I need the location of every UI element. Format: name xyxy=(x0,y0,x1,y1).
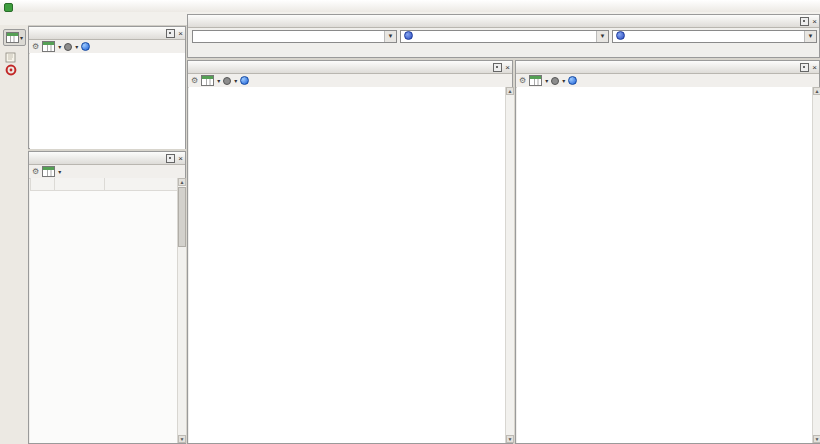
scroll-up-arrow[interactable]: ▲ xyxy=(178,178,186,186)
fields-table xyxy=(30,178,177,191)
scroll-down-arrow[interactable]: ▼ xyxy=(813,435,820,443)
chevron-down-icon[interactable]: ▾ xyxy=(234,77,237,84)
record-url-select[interactable]: ▼ xyxy=(192,30,397,43)
fields-panel: × ⚙ ▾ ▲ ▼ xyxy=(28,151,186,444)
table-icon[interactable] xyxy=(201,75,214,86)
id-column-header[interactable] xyxy=(31,178,55,191)
button-navigator-panel: × ▼ ▼ ▼ xyxy=(187,14,820,58)
mass-toolbar: ⚙ ▾ ▾ xyxy=(516,74,819,88)
chevron-down-icon[interactable]: ▾ xyxy=(562,77,565,84)
table-icon[interactable] xyxy=(529,75,542,86)
gear-icon[interactable]: ⚙ xyxy=(519,76,526,86)
gear-icon[interactable]: ⚙ xyxy=(191,76,198,86)
mass-preview-panel: × ⚙ ▾ ▾ ▲ ▼ xyxy=(515,60,820,444)
menu-view[interactable] xyxy=(14,18,26,19)
chevron-down-icon[interactable]: ▾ xyxy=(545,77,548,84)
left-toolbar: ▾ xyxy=(0,25,28,444)
chevron-down-icon[interactable]: ▼ xyxy=(384,31,396,42)
fields-toolbar: ⚙ ▾ xyxy=(29,165,185,179)
fields-scrollbar[interactable]: ▲ ▼ xyxy=(177,178,186,443)
info-icon[interactable] xyxy=(240,76,249,85)
field-column-header[interactable] xyxy=(55,178,105,191)
molecule-preview-panel: × ⚙ ▾ ▾ xyxy=(28,26,186,149)
chevron-down-icon[interactable]: ▾ xyxy=(75,43,78,50)
scroll-up-arrow[interactable]: ▲ xyxy=(506,87,514,95)
table-icon[interactable] xyxy=(42,166,55,177)
nmr-canvas[interactable] xyxy=(189,87,505,443)
info-icon[interactable] xyxy=(81,42,90,51)
table-view-icon xyxy=(6,32,19,43)
mass-canvas[interactable] xyxy=(517,87,812,443)
content-column-header[interactable] xyxy=(105,178,178,191)
molecule-canvas[interactable] xyxy=(30,53,185,149)
table-view-button[interactable]: ▾ xyxy=(3,29,26,46)
info-icon[interactable] xyxy=(568,76,577,85)
nmr-spectrum xyxy=(189,87,505,443)
menu-file[interactable] xyxy=(0,18,12,19)
gear-icon[interactable]: ⚙ xyxy=(32,167,39,177)
mass-scrollbar[interactable]: ▲ ▼ xyxy=(812,87,820,443)
pin-icon[interactable] xyxy=(166,29,175,38)
close-icon[interactable]: × xyxy=(178,30,183,37)
menu-configure[interactable] xyxy=(28,18,40,19)
chevron-down-icon: ▾ xyxy=(20,34,23,41)
cancel-record-button[interactable] xyxy=(5,62,17,74)
close-icon[interactable]: × xyxy=(812,64,817,71)
mass-charts xyxy=(517,87,812,443)
chevron-down-icon[interactable]: ▾ xyxy=(58,168,61,175)
scroll-down-arrow[interactable]: ▼ xyxy=(506,435,514,443)
app-icon xyxy=(4,3,13,12)
cancel-record-icon xyxy=(5,64,17,76)
molecule-toolbar: ⚙ ▾ ▾ xyxy=(29,40,185,54)
table-icon[interactable] xyxy=(42,41,55,52)
gear-icon[interactable]: ⚙ xyxy=(32,42,39,52)
molecule-select[interactable]: ▼ xyxy=(612,30,817,43)
pin-icon[interactable] xyxy=(493,63,502,72)
view-icon[interactable] xyxy=(223,77,231,85)
item-type-select[interactable]: ▼ xyxy=(400,30,609,43)
chevron-down-icon[interactable]: ▾ xyxy=(58,43,61,50)
molecule-structure xyxy=(30,53,185,149)
scroll-down-arrow[interactable]: ▼ xyxy=(178,435,186,443)
close-icon[interactable]: × xyxy=(178,155,183,162)
pin-icon[interactable] xyxy=(800,63,809,72)
open-record-button[interactable] xyxy=(5,49,19,60)
scroll-thumb[interactable] xyxy=(178,187,186,247)
molecule-icon xyxy=(404,31,413,40)
maximize-button[interactable] xyxy=(793,0,806,11)
view-icon[interactable] xyxy=(551,77,559,85)
minimize-button[interactable] xyxy=(779,0,792,11)
close-icon[interactable]: × xyxy=(812,18,817,25)
chevron-down-icon[interactable]: ▼ xyxy=(804,31,816,42)
nmr-toolbar: ⚙ ▾ ▾ xyxy=(188,74,512,88)
pin-icon[interactable] xyxy=(166,154,175,163)
scroll-up-arrow[interactable]: ▲ xyxy=(813,87,820,95)
molecule-icon xyxy=(616,31,625,40)
view-icon[interactable] xyxy=(64,43,72,51)
close-button[interactable] xyxy=(806,0,819,11)
pin-icon[interactable] xyxy=(800,17,809,26)
close-icon[interactable]: × xyxy=(505,64,510,71)
fields-table-area xyxy=(30,178,177,443)
nmr-scrollbar[interactable]: ▲ ▼ xyxy=(505,87,514,443)
chevron-down-icon[interactable]: ▼ xyxy=(596,31,608,42)
chevron-down-icon[interactable]: ▾ xyxy=(217,77,220,84)
nmr-preview-panel: × ⚙ ▾ ▾ ▲ ▼ xyxy=(187,60,513,444)
